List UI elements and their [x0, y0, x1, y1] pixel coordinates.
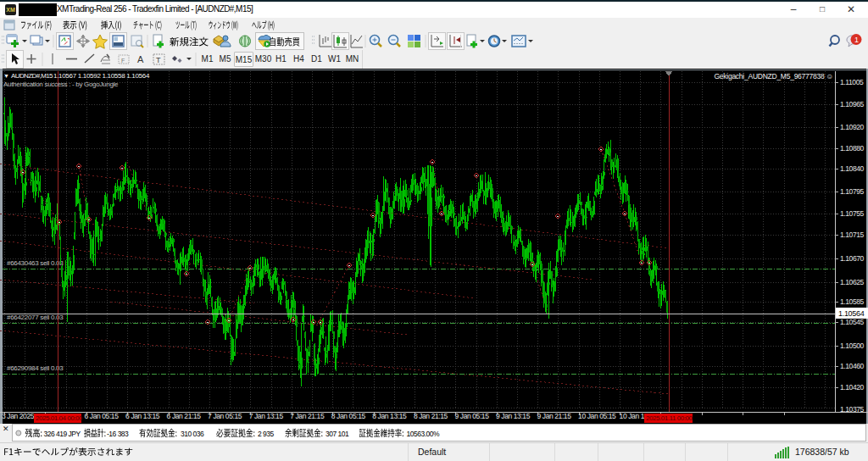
svg-text:1.10500: 1.10500 — [840, 342, 865, 350]
svg-text:A: A — [137, 54, 144, 64]
svg-text:1.10625: 1.10625 — [840, 278, 865, 286]
svg-text:1.11005: 1.11005 — [840, 78, 864, 86]
svg-text:7 Jan 21:15: 7 Jan 21:15 — [290, 412, 325, 420]
svg-text:Gekigachi_AUDNZD_M5_96777838 ☺: Gekigachi_AUDNZD_M5_96777838 ☺ — [714, 72, 833, 81]
svg-text:1.10375: 1.10375 — [840, 405, 865, 414]
svg-text:8 Jan 13:15: 8 Jan 13:15 — [372, 412, 407, 420]
svg-text:F: F — [121, 58, 125, 64]
svg-text:1.10795: 1.10795 — [840, 187, 865, 196]
svg-text:1: 1 — [854, 36, 859, 44]
svg-text:▼: ▼ — [3, 73, 9, 79]
svg-text:1.10920: 1.10920 — [840, 123, 865, 131]
svg-text:6 Jan 21:15: 6 Jan 21:15 — [167, 412, 202, 420]
svg-text:Authentication success : - by: Authentication success : - by GogoJungle — [3, 81, 119, 88]
svg-text:9 Jan 05:15: 9 Jan 05:15 — [455, 412, 490, 420]
svg-text:1.10965: 1.10965 — [840, 100, 865, 108]
svg-text:1.10564: 1.10564 — [838, 309, 865, 318]
svg-text:6 Jan 13:15: 6 Jan 13:15 — [125, 412, 160, 420]
svg-text:2025.01.04 00:00: 2025.01.04 00:00 — [36, 414, 83, 422]
svg-text:T: T — [156, 56, 161, 64]
svg-text:#66430463 sell 0.03: #66430463 sell 0.03 — [7, 259, 64, 267]
svg-text:#66422077 sell 0.03: #66422077 sell 0.03 — [7, 314, 64, 321]
svg-text:1.10840: 1.10840 — [840, 164, 865, 173]
svg-text:1.10755: 1.10755 — [840, 209, 865, 218]
svg-text:3 Jan 2025: 3 Jan 2025 — [2, 412, 35, 420]
svg-text:8 Jan 05:15: 8 Jan 05:15 — [331, 412, 366, 420]
svg-text:6 Jan 05:15: 6 Jan 05:15 — [85, 412, 120, 420]
svg-text:9 Jan 13:15: 9 Jan 13:15 — [496, 412, 531, 420]
svg-text:1.10715: 1.10715 — [840, 230, 865, 239]
svg-text:1.10585: 1.10585 — [840, 297, 865, 306]
svg-text:10 Jan 05:15: 10 Jan 05:15 — [578, 412, 616, 420]
svg-text:7 Jan 05:15: 7 Jan 05:15 — [208, 412, 242, 420]
svg-text:7 Jan 13:15: 7 Jan 13:15 — [249, 412, 284, 420]
svg-text:1.10567 1.10592 1.10558 1.1056: 1.10567 1.10592 1.10558 1.10564 — [53, 72, 150, 80]
svg-text:2025.01.11 00:00: 2025.01.11 00:00 — [646, 414, 693, 422]
svg-text:#66290984 sell 0.03: #66290984 sell 0.03 — [7, 364, 64, 372]
svg-text:1.10670: 1.10670 — [840, 254, 865, 263]
svg-text:AUDNZD#,M15: AUDNZD#,M15 — [11, 72, 53, 80]
svg-text:8 Jan 21:15: 8 Jan 21:15 — [414, 412, 448, 420]
svg-text:1.10420: 1.10420 — [840, 383, 865, 392]
svg-text:1.10460: 1.10460 — [840, 362, 865, 370]
svg-text:1.10880: 1.10880 — [840, 144, 865, 153]
svg-text:1.10545: 1.10545 — [840, 318, 865, 326]
svg-text:9 Jan 21:15: 9 Jan 21:15 — [537, 412, 572, 420]
